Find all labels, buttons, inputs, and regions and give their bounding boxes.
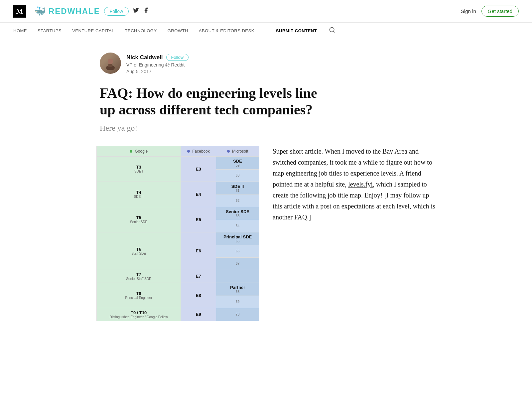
search-icon[interactable] (329, 27, 335, 35)
author-follow-button[interactable]: Follow (166, 54, 189, 61)
table-header-google: Google (97, 146, 181, 156)
svg-line-1 (333, 31, 335, 33)
article-paragraph: Super short article. When I moved to the… (273, 146, 436, 223)
microsoft-cell: 60 (216, 169, 259, 182)
get-started-button[interactable]: Get started (481, 6, 519, 17)
table-row: T8Principal EngineerE8Partner68 (97, 283, 259, 296)
table-header-microsoft: Microsoft (216, 146, 259, 156)
microsoft-cell: 70 (216, 308, 259, 321)
facebook-cell: E3 (181, 156, 216, 182)
table-section: Google Facebook Microsoft T3SDE IE3SDE59 (96, 146, 259, 321)
facebook-cell: E5 (181, 207, 216, 232)
google-cell: T6Staff SDE (97, 232, 181, 270)
brand-logo: 🐳 REDWHALE (34, 6, 100, 17)
google-cell: T4SDE II (97, 182, 181, 207)
google-cell: T7Senior Staff SDE (97, 270, 181, 283)
facebook-cell: E9 (181, 308, 216, 321)
author-name: Nick Caldwell (126, 54, 163, 61)
facebook-icon[interactable] (143, 7, 149, 15)
author-avatar (100, 53, 121, 74)
facebook-cell: E8 (181, 283, 216, 308)
nav-item-technology[interactable]: TECHNOLOGY (125, 28, 157, 33)
facebook-cell: E6 (181, 232, 216, 270)
nav-item-submit[interactable]: SUBMIT CONTENT (276, 28, 317, 33)
table-row: T7Senior Staff SDEE7 (97, 270, 259, 283)
levels-fyi-link[interactable]: levels.fyi (348, 181, 373, 188)
article-title: FAQ: How do engineering levels line up a… (96, 85, 329, 118)
facebook-cell: E4 (181, 182, 216, 207)
whale-icon: 🐳 (34, 6, 46, 17)
article-body: Google Facebook Microsoft T3SDE IE3SDE59 (96, 146, 436, 321)
svg-point-0 (330, 28, 334, 32)
microsoft-cell: 62 (216, 195, 259, 207)
article-date: Aug 5, 2017 (126, 69, 189, 74)
microsoft-cell: SDE59 (216, 156, 259, 169)
social-icons (133, 7, 149, 15)
engineering-levels-table: Google Facebook Microsoft T3SDE IE3SDE59 (96, 146, 259, 321)
table-row: T3SDE IE3SDE59 (97, 156, 259, 169)
table-row: T9 / T10Distinguished Engineer / Google … (97, 308, 259, 321)
nav-item-home[interactable]: HOME (13, 28, 27, 33)
microsoft-cell: SDE II61 (216, 182, 259, 195)
google-cell: T9 / T10Distinguished Engineer / Google … (97, 308, 181, 321)
microsoft-cell: 67 (216, 257, 259, 270)
facebook-dot (187, 150, 190, 153)
google-cell: T8Principal Engineer (97, 283, 181, 308)
article-subtitle: Here ya go! (96, 124, 436, 133)
microsoft-cell: 69 (216, 296, 259, 308)
table-body: T3SDE IE3SDE5960T4SDE IIE4SDE II6162T5Se… (97, 156, 259, 321)
nav-item-growth[interactable]: GROWTH (168, 28, 188, 33)
microsoft-cell: 66 (216, 245, 259, 257)
header-follow-button[interactable]: Follow (104, 7, 129, 16)
header-right: Sign in Get started (461, 6, 519, 17)
brand-name: REDWHALE (49, 7, 100, 16)
nav-item-vc[interactable]: VENTURE CAPITAL (72, 28, 114, 33)
article-text: Super short article. When I moved to the… (273, 146, 436, 223)
microsoft-cell: Senior SDE63 (216, 207, 259, 220)
medium-logo[interactable]: M (13, 5, 26, 18)
main-nav: HOME STARTUPS VENTURE CAPITAL TECHNOLOGY… (0, 23, 532, 39)
google-cell: T5Senior SDE (97, 207, 181, 232)
sign-in-link[interactable]: Sign in (461, 8, 476, 14)
author-info: Nick Caldwell Follow VP of Engineering @… (126, 53, 189, 74)
header-left: M 🐳 REDWHALE Follow (13, 5, 149, 18)
google-dot (130, 150, 132, 153)
facebook-cell: E7 (181, 270, 216, 283)
site-header: M 🐳 REDWHALE Follow Sign in Get started (0, 0, 532, 23)
twitter-icon[interactable] (133, 7, 139, 15)
author-section: Nick Caldwell Follow VP of Engineering @… (96, 53, 436, 74)
author-name-row: Nick Caldwell Follow (126, 54, 189, 61)
table-row: T5Senior SDEE5Senior SDE63 (97, 207, 259, 220)
microsoft-cell: Partner68 (216, 283, 259, 296)
table-row: T6Staff SDEE6Principal SDE65 (97, 232, 259, 245)
header-divider (30, 6, 30, 17)
svg-rect-4 (108, 64, 112, 67)
nav-item-about[interactable]: ABOUT & EDITORS DESK (199, 28, 254, 33)
microsoft-cell: 64 (216, 220, 259, 232)
microsoft-dot (227, 150, 230, 153)
table-row: T4SDE IIE4SDE II61 (97, 182, 259, 195)
nav-item-startups[interactable]: STARTUPS (38, 28, 62, 33)
google-cell: T3SDE I (97, 156, 181, 182)
microsoft-cell (216, 270, 259, 283)
svg-point-5 (108, 59, 113, 64)
microsoft-cell: Principal SDE65 (216, 232, 259, 245)
nav-separator (265, 28, 265, 34)
table-header-facebook: Facebook (181, 146, 216, 156)
article-container: Nick Caldwell Follow VP of Engineering @… (83, 39, 449, 321)
author-title: VP of Engineering @ Reddit (126, 62, 189, 67)
